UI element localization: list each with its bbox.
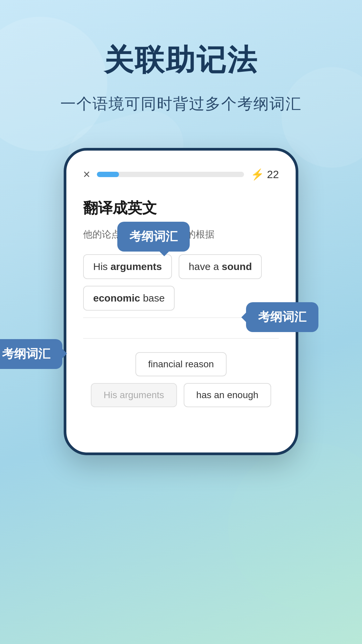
divider-2: [83, 338, 279, 339]
bottom-chip-financial-label: financial reason: [148, 359, 214, 369]
tooltip-bubble-3: 考纲词汇: [0, 339, 62, 369]
phone-inner: × ⚡ 22 翻译成英文 他的论点有充分的经济上的根据 His: [66, 151, 296, 452]
bottom-chip-financial[interactable]: financial reason: [135, 352, 227, 376]
page-title: 关联助记法: [104, 40, 258, 80]
phone-mockup: × ⚡ 22 翻译成英文 他的论点有充分的经济上的根据 His: [64, 148, 298, 455]
answer-chip-2[interactable]: have a sound: [179, 254, 262, 279]
bottom-row-2: His arguments has an enough: [83, 383, 279, 407]
tooltip-bubble-1: 考纲词汇: [117, 222, 190, 252]
bold-word-sound: sound: [222, 261, 252, 272]
bottom-chip-his-arguments: His arguments: [91, 383, 177, 407]
tooltip-3-label: 考纲词汇: [2, 347, 50, 361]
bold-word-arguments: arguments: [111, 261, 162, 272]
lightning-icon: ⚡: [251, 168, 264, 181]
bg-decoration-4: [228, 443, 362, 610]
card-title: 翻译成英文: [83, 198, 279, 218]
progress-bar-fill: [97, 172, 119, 177]
answer-chip-3[interactable]: economic base: [83, 286, 175, 311]
bold-word-economic: economic: [93, 292, 140, 304]
top-bar: × ⚡ 22: [83, 167, 279, 181]
phone-wrapper: 考纲词汇 考纲词汇 考纲词汇 × ⚡ 22: [64, 148, 298, 455]
close-button[interactable]: ×: [83, 167, 90, 181]
tooltip-bubble-2: 考纲词汇: [246, 302, 318, 332]
page-subtitle: 一个语境可同时背过多个考纲词汇: [60, 94, 302, 114]
tooltip-1-label: 考纲词汇: [129, 229, 178, 243]
page-container: 关联助记法 一个语境可同时背过多个考纲词汇 考纲词汇 考纲词汇 考纲词汇 ×: [0, 0, 362, 455]
progress-bar-container: [97, 172, 244, 177]
bottom-options: financial reason His arguments has an en…: [83, 352, 279, 407]
score-area: ⚡ 22: [251, 168, 279, 181]
answer-options-row-1: His arguments have a sound: [83, 254, 279, 279]
bottom-chip-has-an-enough-label: has an enough: [196, 390, 258, 400]
score-value: 22: [267, 168, 279, 181]
bottom-row-1: financial reason: [83, 352, 279, 376]
bottom-chip-his-arguments-label: His arguments: [104, 390, 164, 400]
bottom-chip-has-an-enough[interactable]: has an enough: [184, 383, 271, 407]
tooltip-2-label: 考纲词汇: [258, 310, 306, 324]
